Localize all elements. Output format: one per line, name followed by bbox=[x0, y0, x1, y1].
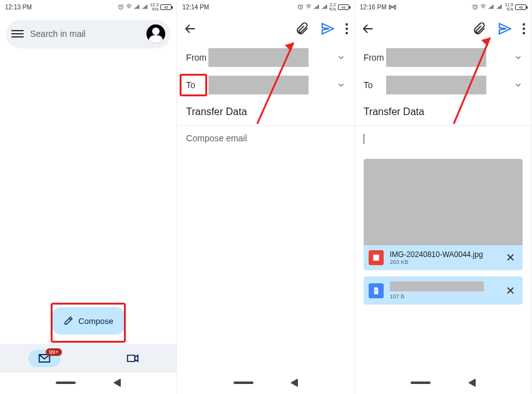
signal-icon bbox=[322, 4, 328, 10]
wifi-icon bbox=[480, 4, 486, 10]
signal-icon bbox=[134, 4, 140, 10]
svg-point-7 bbox=[523, 32, 525, 34]
nav-mail-tab[interactable]: 99+ bbox=[0, 344, 88, 373]
body-field[interactable] bbox=[355, 126, 531, 151]
network-rate: 11.9 K/s bbox=[504, 3, 513, 11]
gmail-compose-empty-screen: 12:14 PM 2.2 K/s 48 From To Transfer Dat… bbox=[177, 0, 354, 394]
attachment-image-preview[interactable] bbox=[364, 159, 523, 245]
system-nav bbox=[177, 374, 354, 391]
signal-icon bbox=[142, 4, 148, 10]
from-value-redacted bbox=[386, 48, 486, 67]
from-field[interactable]: From bbox=[355, 44, 531, 71]
overflow-menu-icon[interactable] bbox=[523, 23, 525, 34]
signal-icon bbox=[314, 4, 320, 10]
recents-button[interactable] bbox=[411, 381, 431, 384]
mail-badge: 99+ bbox=[46, 348, 61, 356]
from-field[interactable]: From bbox=[177, 44, 354, 71]
from-label: From bbox=[186, 53, 208, 63]
alarm-icon bbox=[118, 4, 124, 10]
wifi-icon bbox=[126, 4, 132, 10]
search-bar[interactable]: Search in mail bbox=[6, 20, 170, 48]
menu-icon[interactable] bbox=[11, 30, 24, 38]
battery-icon: 48 bbox=[338, 4, 349, 10]
image-file-icon bbox=[369, 250, 384, 265]
attachment-size: 107 B bbox=[390, 293, 498, 300]
pencil-icon bbox=[63, 316, 73, 326]
system-nav bbox=[0, 374, 176, 391]
attachment-icon[interactable] bbox=[473, 22, 486, 36]
bottom-nav: 99+ bbox=[0, 344, 176, 373]
status-bar: 12:14 PM 2.2 K/s 48 bbox=[177, 0, 354, 14]
back-button[interactable] bbox=[113, 378, 121, 387]
chevron-down-icon[interactable] bbox=[514, 81, 523, 89]
nav-meet-tab[interactable] bbox=[88, 344, 176, 373]
battery-icon: 48 bbox=[515, 4, 526, 10]
gmail-app-icon bbox=[389, 4, 396, 10]
svg-point-0 bbox=[345, 23, 348, 26]
compose-toolbar bbox=[355, 14, 531, 44]
status-time: 12:14 PM bbox=[182, 4, 209, 11]
send-icon[interactable] bbox=[498, 22, 511, 36]
status-bar: 12:13 PM 12.3 K/s 48 bbox=[0, 0, 176, 14]
status-time: 12:13 PM bbox=[5, 4, 32, 11]
back-arrow-icon[interactable] bbox=[183, 22, 197, 36]
wifi-icon bbox=[305, 4, 312, 10]
recents-button[interactable] bbox=[56, 381, 76, 384]
video-icon bbox=[126, 353, 139, 363]
compose-label: Compose bbox=[78, 316, 113, 326]
chevron-down-icon[interactable] bbox=[337, 81, 345, 89]
overflow-menu-icon[interactable] bbox=[345, 23, 348, 34]
from-label: From bbox=[364, 53, 386, 63]
battery-icon: 48 bbox=[160, 4, 171, 10]
system-nav bbox=[355, 374, 531, 391]
remove-attachment-button[interactable]: ✕ bbox=[504, 251, 518, 265]
attachment-icon[interactable] bbox=[295, 22, 309, 36]
status-bar: 12:16 PM 11.9 K/s 48 bbox=[355, 0, 531, 14]
svg-point-5 bbox=[523, 23, 525, 26]
to-label: To bbox=[364, 80, 386, 90]
status-time: 12:16 PM bbox=[360, 4, 387, 11]
back-arrow-icon[interactable] bbox=[361, 22, 375, 36]
gmail-compose-attached-screen: 12:16 PM 11.9 K/s 48 From To Transfer bbox=[355, 0, 532, 394]
chevron-down-icon[interactable] bbox=[514, 53, 523, 62]
from-value-redacted bbox=[208, 48, 309, 67]
to-field[interactable]: To bbox=[355, 71, 531, 99]
to-value-redacted bbox=[208, 76, 309, 94]
attachment-size: 263 KB bbox=[390, 259, 498, 265]
account-avatar[interactable] bbox=[146, 24, 165, 43]
doc-file-icon bbox=[369, 283, 384, 298]
body-field[interactable]: Compose email bbox=[177, 126, 354, 151]
send-icon[interactable] bbox=[320, 22, 334, 36]
back-button[interactable] bbox=[290, 378, 298, 387]
body-placeholder: Compose email bbox=[186, 133, 247, 143]
to-field[interactable]: To bbox=[177, 71, 354, 99]
svg-point-6 bbox=[523, 28, 525, 30]
back-button[interactable] bbox=[468, 378, 476, 387]
signal-icon bbox=[496, 4, 503, 10]
network-rate: 12.3 K/s bbox=[150, 3, 159, 11]
text-cursor bbox=[364, 134, 364, 144]
search-placeholder: Search in mail bbox=[30, 29, 140, 39]
compose-toolbar bbox=[177, 14, 354, 44]
attachment-card: IMG-20240810-WA0044.jpg 263 KB ✕ bbox=[364, 245, 523, 270]
attachment-name-redacted bbox=[390, 281, 484, 291]
alarm-icon bbox=[472, 4, 478, 10]
to-label: To bbox=[186, 80, 208, 90]
recents-button[interactable] bbox=[233, 381, 253, 384]
subject-field[interactable]: Transfer Data bbox=[355, 99, 531, 126]
compose-button[interactable]: Compose bbox=[52, 307, 125, 335]
attachment-name: IMG-20240810-WA0044.jpg bbox=[390, 250, 498, 259]
gmail-inbox-screen: 12:13 PM 12.3 K/s 48 Search in mail Comp… bbox=[0, 0, 177, 394]
alarm-icon bbox=[297, 4, 304, 10]
signal-icon bbox=[488, 4, 494, 10]
network-rate: 2.2 K/s bbox=[330, 3, 336, 11]
to-value-redacted bbox=[386, 76, 486, 94]
subject-field[interactable]: Transfer Data bbox=[177, 99, 354, 126]
svg-point-2 bbox=[345, 32, 348, 34]
attachment-card: 107 B ✕ bbox=[364, 276, 523, 305]
remove-attachment-button[interactable]: ✕ bbox=[504, 284, 518, 298]
chevron-down-icon[interactable] bbox=[337, 53, 345, 62]
svg-point-1 bbox=[345, 28, 348, 30]
